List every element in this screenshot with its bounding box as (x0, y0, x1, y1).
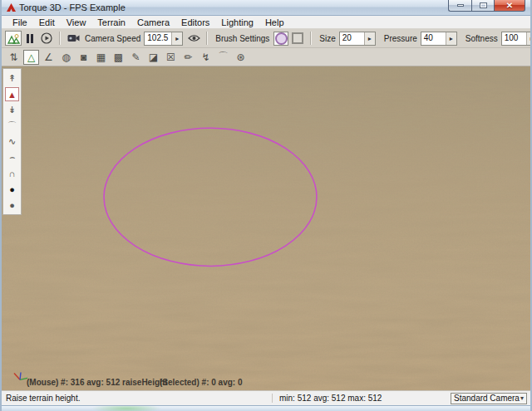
raise-height-tool[interactable]: △ (23, 50, 39, 65)
circle-brush-button[interactable] (273, 32, 288, 46)
pressure-spinner[interactable]: ▸ (446, 32, 456, 45)
camera-speed-field: 102.5 ▸ (144, 32, 183, 46)
title-bar: Torque 3D - FPS Example ✕ (2, 0, 530, 16)
grab-terrain-tool[interactable]: ⇅ (6, 50, 22, 65)
maximize-button[interactable] (471, 0, 494, 12)
smooth-slope-tool[interactable]: ◙ (76, 50, 91, 65)
menu-terrain[interactable]: Terrain (91, 17, 131, 27)
selected-terrain-status: (Selected) #: 0 avg: 0 (160, 378, 242, 387)
camera-mode-dropdown[interactable]: Standard Camera ▾ (451, 393, 527, 404)
paint-noise-tool[interactable]: ▦ (93, 50, 109, 65)
smooth-slope[interactable]: ∿ (5, 135, 19, 149)
terrain-render (2, 66, 530, 390)
menu-lighting[interactable]: Lighting (215, 17, 259, 27)
paint-material-tool[interactable]: ↯ (198, 50, 214, 65)
camera-button[interactable] (65, 31, 81, 46)
smooth-tool[interactable]: ◍ (58, 50, 74, 65)
menu-file[interactable]: File (7, 17, 33, 27)
close-icon: ✕ (506, 2, 513, 10)
set-empty-tool[interactable]: ☒ (163, 50, 179, 65)
airbrush-tool[interactable]: ✏ (180, 50, 196, 65)
toolbar-separator (59, 32, 61, 45)
camera-mode-value: Standard Camera (454, 394, 520, 403)
window-controls: ✕ (448, 0, 525, 12)
camera-speed-input[interactable]: 102.5 (145, 32, 171, 45)
minimize-icon (457, 4, 464, 7)
toolbar-separator (310, 32, 312, 45)
menu-view[interactable]: View (61, 17, 92, 27)
pressure-input[interactable]: 40 (421, 32, 446, 45)
lower-height[interactable]: ↡ (5, 103, 19, 117)
menu-editors[interactable]: Editors (175, 17, 215, 27)
camera-speed-spinner[interactable]: ▸ (171, 32, 182, 45)
set-empty[interactable]: ● (5, 182, 19, 196)
torque3d-window: Torque 3D - FPS Example ✕ File Edit View… (0, 0, 532, 411)
camera-icon (67, 34, 80, 42)
smooth[interactable]: ⌒ (5, 119, 19, 133)
raise-height[interactable]: ▲ (5, 87, 19, 101)
chevron-down-icon: ▾ (520, 394, 524, 402)
landscape-icon (7, 33, 20, 44)
play-icon (41, 32, 52, 44)
square-brush-button[interactable] (290, 32, 305, 46)
torque-logo-icon (6, 2, 16, 12)
terrain-wheel-tool[interactable]: ⊛ (233, 50, 249, 65)
camera-speed-label: Camera Speed (85, 34, 140, 43)
slope-tool[interactable]: ⌒ (215, 50, 231, 65)
lower-height-tool[interactable]: ∠ (41, 50, 57, 65)
scene-editor-button[interactable] (5, 31, 22, 46)
softness-input[interactable]: 100 (502, 32, 526, 45)
window-frame-bottom (2, 405, 530, 411)
grab-terrain[interactable]: ↟ (5, 71, 19, 86)
size-field: 20 ▸ (339, 32, 376, 46)
toolbar-separator (206, 32, 208, 45)
menu-camera[interactable]: Camera (131, 17, 175, 27)
maximize-icon (480, 2, 487, 8)
clear-empty[interactable]: ● (5, 198, 19, 212)
terrain-viewport[interactable]: ↟ ▲ ↡ ⌒ ∿ ⌢ ∩ ● ● (Mouse) #: 316 avg: 51… (2, 66, 530, 390)
size-input[interactable]: 20 (340, 32, 364, 45)
pause-button[interactable] (22, 31, 38, 46)
set-height[interactable]: ∩ (5, 166, 19, 180)
terrain-tools-toolbar: ⇅ △ ∠ ◍ ◙ ▦ ▩ ✎ ◪ ☒ ✏ ↯ ⌒ ⊛ (2, 48, 530, 66)
clear-terrain-tool[interactable]: ◪ (145, 50, 161, 65)
menu-edit[interactable]: Edit (33, 17, 61, 27)
menu-bar: File Edit View Terrain Camera Editors Li… (2, 16, 530, 29)
window-title: Torque 3D - FPS Example (19, 2, 126, 12)
softness-spinner[interactable]: ▸ (526, 32, 532, 45)
flatten-tool[interactable]: ▩ (111, 50, 126, 65)
main-toolbar: Camera Speed 102.5 ▸ Brush Settings Size… (2, 29, 530, 48)
close-button[interactable]: ✕ (494, 0, 525, 12)
flatten[interactable]: ⌢ (5, 150, 19, 164)
pressure-label: Pressure (384, 34, 417, 43)
pause-icon (26, 34, 34, 43)
brush-settings-label: Brush Settings (215, 34, 269, 43)
minimize-button[interactable] (448, 0, 471, 12)
mouse-terrain-status: (Mouse) #: 316 avg: 512 raiseHeight (27, 378, 168, 387)
eye-icon (188, 34, 200, 42)
circle-brush-icon (275, 32, 288, 45)
size-spinner[interactable]: ▸ (364, 32, 375, 45)
pressure-field: 40 ▸ (421, 32, 457, 46)
play-button[interactable] (38, 31, 55, 46)
terrain-tool-palette: ↟ ▲ ↡ ⌒ ∿ ⌢ ∩ ● ● (2, 68, 22, 215)
visibility-button[interactable] (185, 31, 202, 46)
set-height-tool[interactable]: ✎ (128, 50, 144, 65)
softness-label: Softness (466, 34, 498, 43)
menu-help[interactable]: Help (259, 17, 290, 27)
terrain-height-stats: min: 512 avg: 512 max: 512 (272, 394, 451, 403)
status-message: Raise terrain height. (2, 394, 272, 403)
size-label: Size (319, 34, 335, 43)
status-bar: Raise terrain height. min: 512 avg: 512 … (2, 390, 530, 405)
square-brush-icon (292, 32, 303, 44)
softness-field: 100 ▸ (501, 32, 532, 46)
